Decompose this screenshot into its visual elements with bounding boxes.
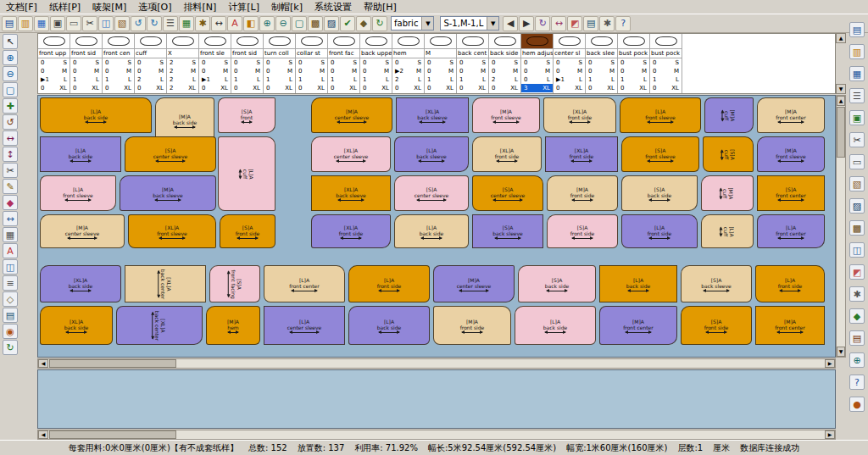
size-count-cell[interactable]: 1L (457, 75, 488, 84)
text-icon[interactable]: A (227, 16, 242, 31)
pattern-piece[interactable]: [S]Afront facing (209, 265, 260, 302)
size-count-cell[interactable]: 0XL (70, 84, 102, 92)
check-overlap-icon[interactable]: ✔ (340, 16, 355, 31)
measure-icon[interactable]: ↔ (3, 211, 18, 226)
scroll-left-button[interactable]: ◀ (38, 430, 48, 439)
size-count-cell[interactable]: 0XL (425, 84, 456, 92)
pattern-piece[interactable]: [L]Afront center (264, 265, 345, 302)
pattern-piece[interactable]: [M]Acenter sleeve (311, 97, 392, 133)
pattern-piece[interactable]: [S]Acenter sleeve (472, 175, 543, 211)
size-count-cell[interactable]: 0M (586, 67, 617, 75)
scroll-up-button[interactable]: ▲ (837, 96, 845, 106)
size-count-cell[interactable]: 0S (586, 58, 617, 67)
pattern-piece[interactable]: [XL]Aback side (40, 306, 113, 345)
settings-icon[interactable]: ✱ (599, 16, 615, 31)
magnet-icon[interactable]: ◉ (3, 324, 18, 339)
pattern-piece[interactable]: [M]Afront side (547, 175, 618, 211)
secondary-horizontal-scrollbar[interactable]: ◀ ▶ (37, 430, 836, 440)
pattern-piece[interactable]: [M]Acenter sleeve (40, 214, 125, 248)
rotate-piece-icon[interactable]: ↻ (535, 16, 550, 31)
size-count-cell[interactable]: 0S (554, 58, 585, 67)
size-count-cell[interactable]: 1L (328, 75, 359, 84)
size-count-cell[interactable]: 0M (360, 67, 392, 75)
size-count-cell[interactable]: 2M (167, 67, 198, 75)
pattern-piece[interactable]: [M]Afront sleeve (472, 97, 540, 133)
pattern-piece[interactable]: [L]Acuff (218, 136, 275, 211)
flip-piece-icon[interactable]: ↔ (551, 16, 566, 31)
pattern-piece[interactable]: [L]Afront center (757, 214, 825, 248)
pattern-piece[interactable]: [S]Acuff (703, 136, 754, 172)
size-count-cell[interactable]: 1L (296, 75, 327, 84)
pattern-piece[interactable]: [S]Afront side (220, 214, 275, 248)
menu-nesting[interactable]: 排料[N] (177, 0, 222, 14)
zoom-fit-icon[interactable]: ▢ (292, 16, 307, 31)
paste-icon[interactable]: ▧ (114, 16, 130, 31)
size-count-cell[interactable]: 0M (618, 67, 649, 75)
piece-list-icon[interactable]: ☰ (163, 16, 178, 31)
flip-vertical-icon[interactable]: ↕ (3, 147, 18, 162)
size-count-cell[interactable]: 0XL (199, 84, 231, 92)
piece-thumbnail[interactable] (489, 34, 520, 49)
pattern-piece[interactable]: [XL]Afront sleeve (128, 214, 216, 248)
size-count-cell[interactable]: 0S (296, 58, 327, 67)
pattern-piece[interactable]: [S]Afront side (681, 306, 752, 345)
size-count-cell[interactable]: 2L (489, 75, 520, 84)
size-count-cell[interactable]: 2L (167, 75, 198, 84)
pattern-piece[interactable]: [XL]Aback center (116, 306, 203, 345)
pattern-piece[interactable]: [XL]Aback sleeve (311, 175, 391, 211)
undo-icon[interactable]: ↺ (131, 16, 146, 31)
pattern-piece[interactable]: [S]Acenter sleeve (125, 136, 216, 172)
move-left-icon[interactable]: ◀ (503, 16, 518, 31)
stripe-match-icon[interactable]: ▩ (849, 220, 865, 236)
auto-nest-icon[interactable]: ▩ (308, 16, 323, 31)
grid-icon[interactable]: ▦ (3, 227, 18, 242)
cut-icon[interactable]: ✂ (82, 16, 97, 31)
menu-system-settings[interactable]: 系统设置 (309, 0, 358, 14)
size-count-cell[interactable]: 0S (618, 58, 649, 67)
pattern-piece[interactable]: [XL]Afront side (545, 136, 618, 172)
scroll-down-button[interactable]: ▼ (836, 84, 846, 94)
size-count-cell[interactable]: ▶1L (38, 75, 70, 84)
redo-icon[interactable]: ↻ (147, 16, 162, 31)
piece-thumbnail[interactable] (457, 34, 488, 49)
measure-icon[interactable]: ↔ (211, 16, 226, 31)
size-count-cell[interactable]: 0XL (231, 84, 263, 92)
lock-icon[interactable]: ◇ (3, 291, 18, 307)
help-icon[interactable]: ? (615, 16, 631, 31)
size-count-cell[interactable]: 2L (392, 75, 424, 84)
piece-thumbnail[interactable] (521, 34, 553, 49)
zoom-in-icon[interactable]: ⊕ (3, 50, 18, 65)
pattern-piece[interactable]: [S]Afront center (757, 175, 825, 211)
menu-plotting[interactable]: 制帽[k] (265, 0, 309, 14)
color-fill-icon[interactable]: ◩ (567, 16, 582, 31)
pattern-piece[interactable]: [XL]Acenter sleeve (311, 136, 391, 172)
pattern-piece[interactable]: [M]Afront side (433, 306, 511, 345)
size-count-cell[interactable]: 0S (457, 58, 488, 67)
pattern-piece[interactable]: [L]Afront sleeve (40, 175, 116, 211)
pattern-piece[interactable]: [S]Acenter sleeve (394, 175, 469, 211)
size-count-cell[interactable]: 0S (360, 58, 392, 67)
size-count-cell[interactable]: 0S (135, 58, 166, 67)
canvas-vertical-scrollbar[interactable]: ▲ ▼ (836, 95, 846, 358)
pattern-piece[interactable]: [M]Ahem (206, 306, 260, 345)
piece-thumbnail[interactable] (360, 34, 392, 49)
pattern-piece[interactable]: [L]Afront side (755, 265, 825, 302)
zoom-in-icon[interactable]: ⊕ (259, 16, 275, 31)
pattern-piece[interactable]: [S]Afront sleeve (621, 136, 699, 172)
size-count-cell[interactable]: 0M (199, 67, 231, 75)
size-count-cell[interactable]: 0XL (586, 84, 617, 92)
copy-icon[interactable]: ◫ (98, 16, 114, 31)
size-count-cell[interactable]: 0M (70, 67, 102, 75)
size-count-cell[interactable]: 0M (554, 67, 585, 75)
pan-icon[interactable]: ✚ (3, 98, 18, 114)
size-count-cell[interactable]: 0M (457, 67, 488, 75)
piece-thumbnail[interactable] (264, 34, 295, 49)
scroll-right-button[interactable]: ▶ (825, 430, 835, 439)
zoom-out-icon[interactable]: ⊖ (3, 66, 18, 81)
size-count-cell[interactable]: 0S (38, 58, 70, 67)
pattern-piece[interactable]: [L]Aback side (348, 306, 430, 345)
size-count-cell[interactable]: 1L (650, 75, 682, 84)
piece-thumbnail[interactable] (231, 34, 263, 49)
menu-file[interactable]: 文档[F] (0, 0, 43, 14)
pattern-piece[interactable]: [S]Afront (218, 97, 275, 133)
